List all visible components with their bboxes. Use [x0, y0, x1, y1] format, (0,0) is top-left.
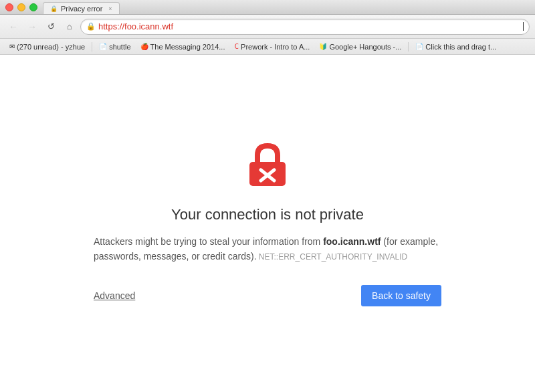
bookmark-messaging-icon: 🍎: [140, 43, 148, 50]
tab-close-icon[interactable]: ×: [108, 5, 112, 12]
traffic-lights: [5, 3, 37, 11]
home-button[interactable]: ⌂: [62, 19, 78, 35]
bookmark-drag-label: Click this and drag t...: [425, 43, 496, 51]
error-domain: foo.icann.wtf: [323, 236, 381, 247]
bookmark-email-icon: ✉: [9, 43, 15, 50]
nav-bar: ← → ↺ ⌂ 🔒 https://foo.icann.wtf: [0, 15, 535, 39]
bookmark-shuttle-icon: 📄: [99, 43, 107, 50]
address-text: https://foo.icann.wtf: [98, 21, 519, 31]
error-description: Attackers might be trying to steal your …: [94, 234, 441, 264]
bookmark-hangouts-icon: 🔰: [319, 43, 327, 50]
button-row: Advanced Back to safety: [94, 285, 441, 306]
tab-favicon: 🔒: [50, 5, 58, 12]
bookmark-prework-label: Prework - Intro to A...: [241, 43, 310, 51]
bookmark-messaging-label: The Messaging 2014...: [150, 43, 225, 51]
bookmark-hangouts[interactable]: 🔰 Google+ Hangouts -...: [315, 42, 405, 52]
bookmark-drag-icon: 📄: [415, 43, 423, 50]
lock-icon-wrap: [244, 140, 291, 190]
lock-error-icon: [244, 140, 291, 187]
reload-button[interactable]: ↺: [43, 19, 59, 35]
bookmark-messaging[interactable]: 🍎 The Messaging 2014...: [136, 42, 229, 52]
maximize-button[interactable]: [29, 3, 37, 11]
bookmarks-bar: ✉ (270 unread) - yzhue 📄 shuttle 🍎 The M…: [0, 39, 535, 55]
bookmarks-divider-2: [408, 42, 409, 52]
tab-area: 🔒 Privacy error ×: [43, 0, 530, 14]
bookmark-shuttle[interactable]: 📄 shuttle: [95, 42, 134, 52]
error-desc-before: Attackers might be trying to steal your …: [94, 236, 323, 247]
bookmark-email-label: (270 unread) - yzhue: [17, 43, 85, 51]
error-code: NET::ERR_CERT_AUTHORITY_INVALID: [257, 252, 408, 262]
address-lock-icon: 🔒: [86, 22, 96, 31]
title-bar: 🔒 Privacy error ×: [0, 0, 535, 15]
minimize-button[interactable]: [17, 3, 25, 11]
bookmark-drag[interactable]: 📄 Click this and drag t...: [411, 42, 500, 52]
bookmark-email[interactable]: ✉ (270 unread) - yzhue: [5, 42, 89, 52]
bookmarks-divider-1: [92, 42, 92, 52]
bookmark-prework-icon: C: [234, 42, 239, 51]
advanced-button[interactable]: Advanced: [94, 290, 135, 301]
active-tab[interactable]: 🔒 Privacy error ×: [43, 2, 120, 14]
error-container: Your connection is not private Attackers…: [94, 140, 441, 307]
bookmark-prework[interactable]: C Prework - Intro to A...: [230, 41, 314, 52]
page-content: Your connection is not private Attackers…: [0, 55, 535, 392]
bookmark-shuttle-label: shuttle: [109, 43, 130, 51]
error-title: Your connection is not private: [171, 206, 364, 223]
back-button[interactable]: ←: [5, 19, 21, 35]
back-to-safety-button[interactable]: Back to safety: [361, 285, 441, 306]
address-bar[interactable]: 🔒 https://foo.icann.wtf: [80, 19, 530, 35]
forward-button[interactable]: →: [24, 19, 40, 35]
close-button[interactable]: [5, 3, 13, 11]
bookmark-hangouts-label: Google+ Hangouts -...: [329, 43, 401, 51]
address-cursor: [523, 22, 524, 31]
tab-title: Privacy error: [61, 5, 102, 13]
